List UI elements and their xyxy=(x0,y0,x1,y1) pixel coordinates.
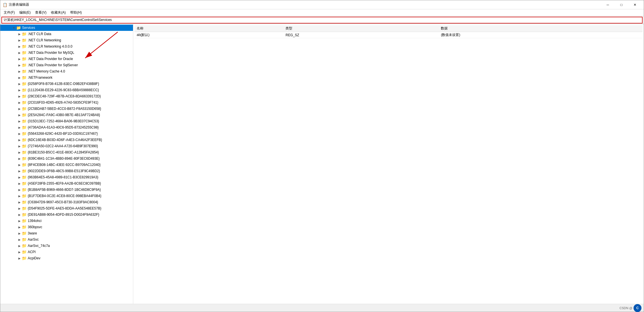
expand-icon-33[interactable]: ▶ xyxy=(17,237,22,242)
expand-icon-12[interactable]: ▶ xyxy=(17,106,22,111)
menu-help[interactable]: 帮助(H) xyxy=(68,10,84,16)
expand-icon-19[interactable]: ▶ xyxy=(17,150,22,155)
expand-icon-16[interactable]: ▶ xyxy=(17,131,22,136)
tree-item-9[interactable]: ▶ 📁 {11120438-EE29-4226-9C83-6BBA59888EC… xyxy=(0,87,133,93)
expand-icon-36[interactable]: ▶ xyxy=(17,256,22,260)
address-label[interactable]: 计算机\HKEY_LOCAL_MACHINE\SYSTEM\CurrentCon… xyxy=(4,18,112,22)
expand-icon-6[interactable]: ▶ xyxy=(17,69,22,74)
expand-icon-29[interactable]: ▶ xyxy=(17,212,22,217)
col-type[interactable]: 类型 xyxy=(283,25,439,32)
expand-icon-21[interactable]: ▶ xyxy=(17,163,22,167)
expand-icon-2[interactable]: ▶ xyxy=(17,44,22,49)
expand-icon-10[interactable]: ▶ xyxy=(17,94,22,99)
expand-icon-13[interactable]: ▶ xyxy=(17,113,22,117)
tree-item-30[interactable]: ▶ 📁 1394ohci xyxy=(0,218,133,224)
menu-file[interactable]: 文件(F) xyxy=(1,10,17,16)
expand-icon-services[interactable]: ▼ xyxy=(12,25,16,30)
tree-item-15[interactable]: ▶ 📁 {4736ADAA-61A3-40C6-95D5-873245255C9… xyxy=(0,124,133,131)
tree-label-3: .NET Data Provider for MySQL xyxy=(28,51,74,55)
tree-item-11[interactable]: ▶ 📁 {2C016F03-4D65-4926-A7A0-5835CFE9F74… xyxy=(0,99,133,106)
tree-item-16[interactable]: ▶ 📁 {55643268-629C-4420-BF1D-03D91C19746… xyxy=(0,131,133,137)
tree-item-31[interactable]: ▶ 📁 360bpsvc xyxy=(0,224,133,230)
col-data[interactable]: 数据 xyxy=(439,25,643,32)
tree-label-23: {963B64E5-45A8-4989-81C1-B3CE829919A3} xyxy=(28,175,98,179)
col-name[interactable]: 名称 xyxy=(134,25,283,32)
menu-favorites[interactable]: 收藏夹(A) xyxy=(49,10,68,16)
expand-icon-23[interactable]: ▶ xyxy=(17,175,22,179)
tree-item-35[interactable]: ▶ 📁 ACPI xyxy=(0,249,133,255)
watermark: CSDN @ C xyxy=(620,304,641,312)
expand-icon-5[interactable]: ▶ xyxy=(17,63,22,67)
expand-icon-1[interactable]: ▶ xyxy=(17,38,22,42)
tree-item-36[interactable]: ▶ 📁 AcpiDev xyxy=(0,255,133,261)
tree-pane[interactable]: ▼ 📁 Services ▶ 📁 .NET CLR Data ▶ 📁 .NET … xyxy=(0,24,133,304)
tree-item-24[interactable]: ▶ 📁 {A5EF28FB-2355-4EF8-AA2B-6C6EC8C097B… xyxy=(0,180,133,187)
tree-item-7[interactable]: ▶ 📁 .NETFramework xyxy=(0,74,133,81)
tree-label-4: .NET Data Provider for Oracle xyxy=(28,57,73,61)
tree-item-2[interactable]: ▶ 📁 .NET CLR Networking 4.0.0.0 xyxy=(0,43,133,50)
tree-item-22[interactable]: ▶ 📁 {9022DDE9-0F6B-48C5-99B8-E513F9C49BD… xyxy=(0,168,133,174)
tree-item-6[interactable]: ▶ 📁 .NET Memory Cache 4.0 xyxy=(0,68,133,74)
tree-item-13[interactable]: ▶ 📁 {2E5A284C-FA9C-43B0-9B7E-4B13AF724BA… xyxy=(0,112,133,118)
expand-icon-35[interactable]: ▶ xyxy=(17,250,22,254)
registry-table: 名称 类型 数据 ab(默认) REG_SZ (数值未设置) xyxy=(134,25,643,38)
tree-item-17[interactable]: ▶ 📁 {6DC16E4B-B03D-4D6F-A4E3-CA46A2F3EEF… xyxy=(0,137,133,143)
tree-item-3[interactable]: ▶ 📁 .NET Data Provider for MySQL xyxy=(0,50,133,56)
tree-item-27[interactable]: ▶ 📁 {C63847D9-9697-45C0-B730-3183F9AC800… xyxy=(0,199,133,205)
expand-icon-27[interactable]: ▶ xyxy=(17,200,22,204)
tree-item-33[interactable]: ▶ 📁 AarSvc xyxy=(0,236,133,243)
tree-item-29[interactable]: ▶ 📁 {DE91AB88-9054-4DFD-8915-D0024F9A632… xyxy=(0,211,133,218)
tree-item-5[interactable]: ▶ 📁 .NET Data Provider for SqlServer xyxy=(0,62,133,68)
tree-item-1[interactable]: ▶ 📁 .NET CLR Networking xyxy=(0,37,133,43)
expand-icon-25[interactable]: ▶ xyxy=(17,187,22,192)
expand-icon-32[interactable]: ▶ xyxy=(17,231,22,236)
expand-icon-9[interactable]: ▶ xyxy=(17,88,22,92)
tree-item-0[interactable]: ▶ 📁 .NET CLR Data xyxy=(0,31,133,37)
expand-icon-26[interactable]: ▶ xyxy=(17,194,22,198)
folder-icon-18: 📁 xyxy=(22,144,27,148)
expand-icon-28[interactable]: ▶ xyxy=(17,206,22,211)
expand-icon-34[interactable]: ▶ xyxy=(17,243,22,248)
tree-item-18[interactable]: ▶ 📁 {72746A50-02C2-4AA4-A720-64B9F307E99… xyxy=(0,143,133,149)
table-row[interactable]: ab(默认) REG_SZ (数值未设置) xyxy=(134,32,643,38)
close-button[interactable]: ✕ xyxy=(628,0,641,9)
expand-icon-24[interactable]: ▶ xyxy=(17,181,22,186)
expand-icon-30[interactable]: ▶ xyxy=(17,219,22,223)
expand-icon-4[interactable]: ▶ xyxy=(17,57,22,61)
tree-item-21[interactable]: ▶ 📁 {8F4CEB08-14BC-43EE-92CC-B9709AC1204… xyxy=(0,162,133,168)
expand-icon-0[interactable]: ▶ xyxy=(17,32,22,36)
bottom-bar: CSDN @ C xyxy=(0,304,644,312)
expand-icon-18[interactable]: ▶ xyxy=(17,144,22,148)
tree-label-16: {55643268-629C-4420-BF1D-03D91C197467} xyxy=(28,132,98,136)
tree-item-8[interactable]: ▶ 📁 {0258F0F8-B708-412B-83EC-D9B2EF438B8… xyxy=(0,81,133,87)
menu-edit[interactable]: 编辑(E) xyxy=(17,10,33,16)
expand-icon-20[interactable]: ▶ xyxy=(17,156,22,161)
menu-view[interactable]: 查看(V) xyxy=(33,10,49,16)
tree-label-15: {4736ADAA-61A3-40C6-95D5-873245255C98} xyxy=(28,125,99,129)
tree-item-services[interactable]: ▼ 📁 Services xyxy=(0,25,133,31)
expand-icon-17[interactable]: ▶ xyxy=(17,138,22,142)
expand-icon-11[interactable]: ▶ xyxy=(17,100,22,105)
tree-item-20[interactable]: ▶ 📁 {839C4841-1C3A-4BB0-894E-80F3EC6D493… xyxy=(0,155,133,162)
tree-item-14[interactable]: ▶ 📁 {315D13EC-7252-4684-BA06-9B3E07C94C5… xyxy=(0,118,133,124)
maximize-button[interactable]: □ xyxy=(615,0,628,9)
expand-icon-15[interactable]: ▶ xyxy=(17,125,22,130)
minimize-button[interactable]: ─ xyxy=(601,0,614,9)
tree-item-19[interactable]: ▶ 📁 {81BE3150-B5CC-401E-883C-A12845FA285… xyxy=(0,149,133,155)
expand-icon-8[interactable]: ▶ xyxy=(17,82,22,86)
tree-item-34[interactable]: ▶ 📁 AarSvc_74c7a xyxy=(0,243,133,249)
tree-item-4[interactable]: ▶ 📁 .NET Data Provider for Oracle xyxy=(0,56,133,62)
expand-icon-14[interactable]: ▶ xyxy=(17,119,22,123)
expand-icon-3[interactable]: ▶ xyxy=(17,50,22,55)
tree-item-25[interactable]: ▶ 📁 {B1B8AF5B-B969-4666-8DD7-1BC46D8C9F9… xyxy=(0,187,133,193)
tree-item-32[interactable]: ▶ 📁 3ware xyxy=(0,230,133,236)
tree-item-12[interactable]: ▶ 📁 {2C5BDAB7-5BED-4CC0-B872-F8A53150D65… xyxy=(0,106,133,112)
expand-icon-7[interactable]: ▶ xyxy=(17,75,22,80)
tree-item-26[interactable]: ▶ 📁 {B1F7DEB4-0C2E-4CE8-80CE-998EBA44F0B… xyxy=(0,193,133,199)
tree-item-10[interactable]: ▶ 📁 {28CDEC48-729F-4B7B-ACE8-8DA66339172… xyxy=(0,93,133,99)
window-title: 注册表编辑器 xyxy=(9,2,29,7)
expand-icon-22[interactable]: ▶ xyxy=(17,169,22,173)
expand-icon-31[interactable]: ▶ xyxy=(17,225,22,229)
tree-item-23[interactable]: ▶ 📁 {963B64E5-45A8-4989-81C1-B3CE829919A… xyxy=(0,174,133,180)
tree-item-28[interactable]: ▶ 📁 {D54F9025-5DFE-4AE5-8DDA-AA5E548EE57… xyxy=(0,205,133,211)
